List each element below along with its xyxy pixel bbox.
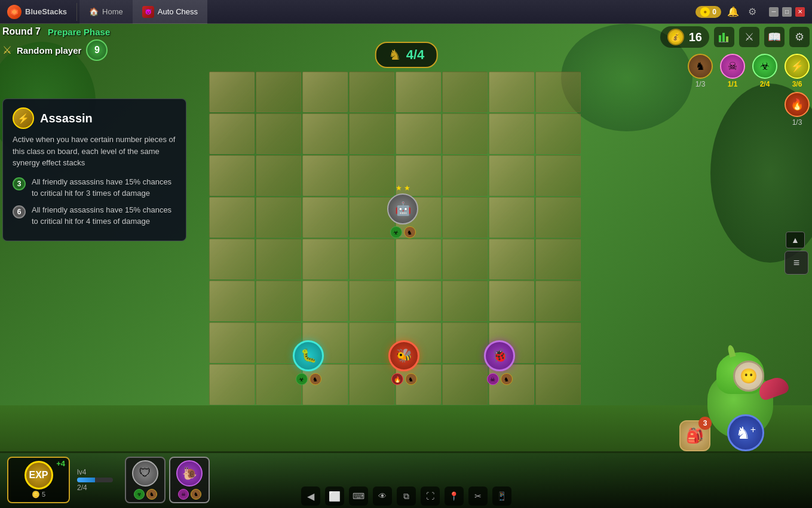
titlebar-controls: ● 0 🔔 ⚙ ─ □ ✕ xyxy=(688,5,812,19)
board-cell[interactable] xyxy=(302,155,348,196)
board-cell[interactable] xyxy=(209,113,255,154)
board-cell[interactable] xyxy=(349,113,394,154)
minimize-button[interactable]: ─ xyxy=(769,7,779,17)
horse-icon: ♞ xyxy=(388,47,402,63)
back-button[interactable]: ◀ xyxy=(301,487,320,506)
board-cell[interactable] xyxy=(256,197,301,238)
board-cell[interactable] xyxy=(535,197,581,238)
chevron-up-button[interactable]: ▲ xyxy=(786,232,805,248)
board-cell[interactable] xyxy=(442,197,488,238)
board-cell[interactable] xyxy=(302,72,348,112)
board-piece-teal[interactable]: 🐛 ☣ ♞ xyxy=(293,340,324,385)
board-cell[interactable] xyxy=(535,155,581,196)
board-cell[interactable] xyxy=(489,155,534,196)
home-tab[interactable]: 🏠 Home xyxy=(79,0,133,24)
board-cell[interactable] xyxy=(256,281,301,321)
board-cell[interactable] xyxy=(489,281,534,321)
level-bar xyxy=(77,478,113,482)
bar-chart-icon[interactable] xyxy=(714,27,734,47)
board-cell[interactable] xyxy=(396,113,441,154)
multiwindow-icon[interactable]: ⧉ xyxy=(397,487,416,506)
board-cell[interactable] xyxy=(442,364,488,405)
board-cell[interactable] xyxy=(489,113,534,154)
ghost-button[interactable]: 😶 xyxy=(733,361,764,392)
board-cell[interactable] xyxy=(302,197,348,238)
synergy-beast[interactable]: ☣ 2/4 xyxy=(752,54,777,88)
board-cell[interactable] xyxy=(489,239,534,279)
board-cell[interactable] xyxy=(349,72,394,112)
board-count: 4/4 xyxy=(406,47,425,63)
board-cell[interactable] xyxy=(442,322,488,363)
board-cell[interactable] xyxy=(442,113,488,154)
synergy-warlock[interactable]: ☠ 1/1 xyxy=(720,54,745,88)
board-cell[interactable] xyxy=(349,281,394,321)
bag-button[interactable]: 🎒 3 xyxy=(679,420,710,451)
board-cell[interactable] xyxy=(535,113,581,154)
board-cell[interactable] xyxy=(302,113,348,154)
board-cell[interactable] xyxy=(302,281,348,321)
scissors-icon[interactable]: ✂ xyxy=(468,487,488,506)
board-cell[interactable] xyxy=(396,72,441,112)
close-button[interactable]: ✕ xyxy=(795,7,805,17)
gear-icon[interactable]: ⚙ xyxy=(789,27,810,47)
board-cell[interactable] xyxy=(396,239,441,279)
board-piece-robot[interactable]: ★ ★ 🤖 ☣ ♞ xyxy=(387,184,418,238)
board-cell[interactable] xyxy=(489,197,534,238)
svg-rect-4 xyxy=(726,36,728,42)
bench-piece-2[interactable]: 🐌 ☠ ♞ xyxy=(169,457,210,503)
board-cell[interactable] xyxy=(209,322,255,363)
maximize-button[interactable]: □ xyxy=(782,7,792,17)
board-cell[interactable] xyxy=(256,239,301,279)
board-cell[interactable] xyxy=(256,155,301,196)
board-cell[interactable] xyxy=(349,364,394,405)
synergy-knight[interactable]: ♞ 1/3 xyxy=(688,54,713,88)
bench-piece-icon-1: 🛡 xyxy=(132,460,158,487)
crossed-swords-icon[interactable]: ⚔ xyxy=(739,27,759,47)
synergy-shaman[interactable]: ⚡ 3/6 xyxy=(785,54,810,88)
board-piece-purple[interactable]: 🐞 ☠ ♞ xyxy=(484,340,515,385)
exp-label: EXP xyxy=(29,470,48,481)
synergy-demon[interactable]: 🔥 1/3 xyxy=(785,92,810,127)
book-icon[interactable]: 📖 xyxy=(764,27,785,47)
board-piece-red[interactable]: 🐝 🔥 ♞ xyxy=(388,340,419,385)
board-cell[interactable] xyxy=(535,239,581,279)
board-cell[interactable] xyxy=(209,281,255,321)
timer-value: 9 xyxy=(94,45,100,56)
piece-badge-pink: ☠ xyxy=(487,373,499,385)
board-cell[interactable] xyxy=(535,72,581,112)
fullscreen-icon[interactable]: ⛶ xyxy=(421,487,440,506)
board-cell[interactable] xyxy=(349,239,394,279)
add-piece-button[interactable]: ♞+ xyxy=(727,414,764,451)
board-cell[interactable] xyxy=(396,281,441,321)
board-cell[interactable] xyxy=(535,281,581,321)
keyboard-icon[interactable]: ⌨ xyxy=(349,487,368,506)
coins-value: 0 xyxy=(712,8,716,16)
svg-rect-5 xyxy=(719,42,728,42)
board-cell[interactable] xyxy=(209,364,255,405)
phone-icon[interactable]: 📱 xyxy=(492,487,511,506)
board-cell[interactable] xyxy=(256,113,301,154)
board-cell[interactable] xyxy=(302,239,348,279)
game-tab[interactable]: 👿 Auto Chess xyxy=(133,0,207,24)
board-cell[interactable] xyxy=(489,72,534,112)
board-cell[interactable] xyxy=(209,155,255,196)
board-cell[interactable] xyxy=(535,322,581,363)
board-cell[interactable] xyxy=(209,197,255,238)
camera-icon[interactable]: 👁 xyxy=(373,487,392,506)
board-cell[interactable] xyxy=(442,281,488,321)
settings-icon[interactable]: ⚙ xyxy=(745,5,759,19)
board-cell[interactable] xyxy=(349,322,394,363)
home-button[interactable]: ⬜ xyxy=(325,487,344,506)
board-cell[interactable] xyxy=(442,72,488,112)
list-button[interactable]: ≡ xyxy=(785,251,808,275)
board-cell[interactable] xyxy=(442,239,488,279)
notification-icon[interactable]: 🔔 xyxy=(726,5,740,19)
bench-piece-1[interactable]: 🛡 ☣ ♞ xyxy=(125,457,166,503)
board-cell[interactable] xyxy=(209,239,255,279)
board-cell[interactable] xyxy=(442,155,488,196)
board-cell[interactable] xyxy=(256,72,301,112)
exp-button[interactable]: +4 EXP 🪙 5 xyxy=(7,457,70,503)
board-cell[interactable] xyxy=(209,72,255,112)
location-icon[interactable]: 📍 xyxy=(445,487,464,506)
board-cell[interactable] xyxy=(535,364,581,405)
